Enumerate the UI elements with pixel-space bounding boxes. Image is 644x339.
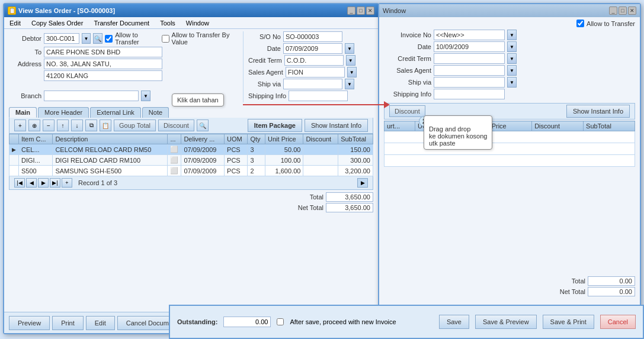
col-discount: Discount — [303, 134, 338, 144]
tab-note[interactable]: Note — [142, 107, 169, 118]
group-total-button[interactable]: Goup Total — [114, 120, 156, 131]
invoice-maximize-button[interactable]: □ — [619, 7, 627, 15]
sales-agent-dropdown-button[interactable]: ▼ — [347, 67, 357, 78]
prev-page-button[interactable]: ◀ — [26, 178, 37, 188]
save-preview-button[interactable]: Save & Preview — [475, 315, 537, 329]
move-down-button[interactable]: ↓ — [71, 120, 83, 131]
search-toolbar-button[interactable]: 🔍 — [197, 120, 209, 131]
invoice-no-label: Invoice No — [384, 31, 431, 38]
allow-transfer-by-value-checkbox[interactable] — [162, 35, 169, 43]
minimize-button[interactable]: _ — [347, 7, 355, 15]
tab-more-header[interactable]: More Header — [38, 107, 89, 118]
show-instant-info-button[interactable]: Show Instant Info — [305, 119, 368, 132]
items-table: Item C... Description ... Delivery ... U… — [9, 134, 373, 176]
address-line2-input[interactable] — [44, 70, 162, 81]
add-page-button[interactable]: + — [62, 178, 72, 188]
item-code-cell: DIGI... — [19, 155, 53, 166]
invoice-credit-term-dropdown-button[interactable]: ▼ — [507, 53, 517, 64]
edit-button[interactable]: Edit — [86, 316, 115, 330]
bottom-cancel-button[interactable]: Cancel — [600, 315, 636, 329]
last-page-button[interactable]: ▶| — [50, 178, 60, 188]
nav-cell[interactable]: ⬜ — [168, 166, 181, 176]
save-print-button[interactable]: Save & Print — [543, 315, 594, 329]
next-page-button[interactable]: ▶ — [38, 178, 49, 188]
nav-cell[interactable]: ⬜ — [168, 144, 181, 155]
so-no-input[interactable] — [283, 31, 342, 42]
ship-via-input[interactable] — [283, 79, 342, 89]
invoice-shipping-info-input[interactable] — [434, 89, 505, 99]
allow-transfer-checkbox[interactable] — [105, 35, 113, 43]
invoice-allow-transfer-checkbox[interactable] — [576, 20, 584, 27]
invoice-ship-via-input[interactable] — [434, 77, 505, 88]
menu-window[interactable]: Window — [184, 19, 211, 27]
to-input[interactable] — [44, 47, 162, 57]
annotation-klik: Klik dan tahan — [172, 93, 224, 106]
delete-row-button[interactable]: − — [43, 120, 55, 131]
date-input[interactable] — [283, 43, 342, 54]
table-row[interactable]: DIGI... DIGI RELOAD CARD RM100 ⬜ 07/09/2… — [9, 155, 373, 166]
close-window-button[interactable]: ✕ — [366, 7, 374, 15]
print-button[interactable]: Print — [52, 316, 84, 330]
shipping-info-input[interactable] — [289, 91, 348, 101]
table-row[interactable]: S500 SAMSUNG SGH-E500 ⬜ 07/09/2009 PCS 2… — [9, 166, 373, 176]
invoice-sales-agent-dropdown-button[interactable]: ▼ — [507, 65, 517, 76]
total-value: 3,650.00 — [326, 192, 373, 202]
unit-price-cell: 50.00 — [265, 144, 303, 155]
invoice-no-input[interactable] — [434, 30, 505, 40]
menu-copy-sales-order[interactable]: Copy Sales Order — [30, 19, 85, 27]
first-page-button[interactable]: |◀ — [14, 178, 25, 188]
table-row[interactable]: ▶ CEL... CELCOM RELOAD CARD RM50 ⬜ 07/09… — [9, 144, 373, 155]
branch-dropdown-button[interactable]: ▼ — [141, 91, 150, 101]
debtor-code-input[interactable] — [44, 33, 79, 44]
invoice-close-button[interactable]: ✕ — [628, 7, 636, 15]
menu-tools[interactable]: Tools — [158, 19, 177, 27]
debtor-search-button[interactable]: 🔍 — [93, 33, 103, 44]
date-dropdown-button[interactable]: ▼ — [345, 43, 354, 54]
menu-edit[interactable]: Edit — [8, 19, 23, 27]
paste-button[interactable]: 📋 — [100, 120, 111, 131]
save-button[interactable]: Save — [439, 315, 469, 329]
invoice-net-total-value: 0.00 — [588, 287, 635, 296]
tab-main[interactable]: Main — [9, 107, 37, 118]
add-row-button[interactable]: + — [14, 120, 26, 131]
invoice-no-dropdown-button[interactable]: ▼ — [507, 30, 517, 40]
invoice-window-label: Window — [383, 7, 406, 14]
unit-price-cell: 1,600.00 — [265, 166, 303, 176]
credit-term-input[interactable] — [284, 55, 344, 66]
tab-external-link[interactable]: External Link — [90, 107, 141, 118]
menu-transfer-document[interactable]: Transfer Document — [92, 19, 151, 27]
item-package-button[interactable]: Item Package — [248, 119, 302, 132]
inv-col-subtotal: SubTotal — [584, 121, 635, 131]
address-line1-input[interactable] — [44, 59, 162, 69]
outstanding-value-input[interactable] — [223, 317, 271, 327]
invoice-date-dropdown-button[interactable]: ▼ — [507, 41, 517, 52]
scroll-right-button[interactable]: ▶ — [357, 178, 368, 188]
invoice-date-input[interactable] — [434, 41, 505, 52]
invoice-minimize-button[interactable]: _ — [609, 7, 617, 15]
nav-cell[interactable]: ⬜ — [168, 155, 181, 166]
sales-agent-input[interactable] — [286, 67, 345, 78]
invoice-ship-via-dropdown-button[interactable]: ▼ — [507, 77, 517, 88]
invoice-credit-term-input[interactable] — [434, 53, 505, 64]
invoice-table-area: urt... UOM Qty Unit Price Discount SubTo… — [379, 121, 640, 167]
date-label: Date — [248, 45, 281, 52]
maximize-button[interactable]: □ — [357, 7, 365, 15]
window-title: View Sales Order - [SO-000003] — [18, 7, 115, 14]
discount-toolbar-button[interactable]: Discount — [158, 120, 194, 131]
ship-via-dropdown-button[interactable]: ▼ — [345, 79, 354, 89]
credit-term-dropdown-button[interactable]: ▼ — [346, 55, 355, 66]
insert-row-button[interactable]: ⊕ — [28, 120, 40, 131]
invoice-show-instant-info-button[interactable]: Show Instant Info — [566, 105, 630, 118]
table-toolbar: + ⊕ − ↑ ↓ ⧉ 📋 Goup Total Discount 🔍 Item… — [9, 118, 373, 134]
copy-button[interactable]: ⧉ — [85, 120, 97, 131]
invoice-items-table: urt... UOM Qty Unit Price Discount SubTo… — [384, 121, 635, 167]
proceed-new-invoice-checkbox[interactable] — [277, 318, 284, 325]
branch-input[interactable] — [44, 91, 139, 101]
invoice-sales-agent-input[interactable] — [434, 65, 505, 76]
invoice-discount-button[interactable]: Discount — [389, 105, 425, 117]
discount-cell — [303, 166, 338, 176]
move-up-button[interactable]: ↑ — [57, 120, 69, 131]
debtor-dropdown-button[interactable]: ▼ — [82, 33, 91, 44]
preview-button[interactable]: Preview — [9, 316, 50, 330]
uom-cell: PCS — [225, 166, 248, 176]
